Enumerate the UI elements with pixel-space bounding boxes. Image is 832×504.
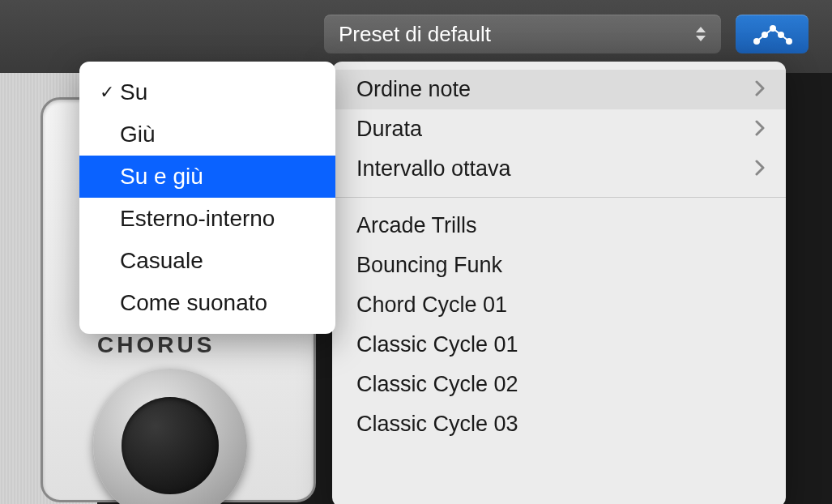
chevron-right-icon: [755, 156, 765, 182]
svg-line-7: [773, 28, 781, 35]
preset-item[interactable]: Chord Cycle 01: [332, 285, 786, 325]
submenu-item-su-e-giù[interactable]: Su e giù: [79, 156, 335, 198]
preset-item-label: Classic Cycle 01: [356, 332, 518, 357]
submenu-item-su[interactable]: ✓Su: [79, 71, 335, 113]
preset-item-label: Classic Cycle 02: [356, 372, 518, 397]
menu-item-label: Intervallo ottava: [356, 156, 511, 182]
preset-item[interactable]: Classic Cycle 02: [332, 365, 786, 404]
preset-label: Preset di default: [339, 22, 491, 47]
chevron-right-icon: [755, 117, 765, 142]
svg-line-8: [781, 35, 789, 41]
arpeggiator-button[interactable]: [736, 15, 809, 53]
checkmark-icon: ✓: [94, 82, 120, 103]
preset-item[interactable]: Arcade Trills: [332, 206, 786, 246]
arpeggiator-icon: [752, 22, 792, 46]
note-order-submenu: ✓SuGiùSu e giùEsterno-internoCasualeCome…: [79, 62, 335, 334]
submenu-item-casuale[interactable]: Casuale: [79, 240, 335, 282]
svg-line-5: [757, 35, 765, 41]
preset-item-label: Classic Cycle 03: [356, 412, 518, 437]
submenu-item-label: Giù: [120, 122, 319, 147]
menu-item-ordine-note[interactable]: Ordine note: [332, 70, 786, 109]
submenu-item-label: Esterno-interno: [120, 206, 319, 232]
menu-item-intervallo-ottava[interactable]: Intervallo ottava: [332, 149, 786, 189]
menu-item-label: Ordine note: [356, 77, 471, 102]
preset-item-label: Bouncing Funk: [356, 253, 502, 278]
preset-item[interactable]: Bouncing Funk: [332, 246, 786, 285]
preset-item-label: Chord Cycle 01: [356, 293, 507, 318]
updown-icon: [695, 27, 706, 41]
svg-line-6: [765, 28, 773, 35]
chorus-knob[interactable]: [77, 361, 263, 504]
submenu-item-label: Su: [120, 79, 319, 105]
menu-separator: [332, 197, 786, 198]
chevron-right-icon: [755, 77, 765, 102]
menu-item-label: Durata: [356, 117, 422, 142]
preset-item-label: Arcade Trills: [356, 213, 477, 238]
preset-item[interactable]: Classic Cycle 01: [332, 325, 786, 365]
menu-item-durata[interactable]: Durata: [332, 109, 786, 149]
submenu-item-label: Su e giù: [120, 164, 319, 190]
submenu-item-come-suonato[interactable]: Come suonato: [79, 282, 335, 324]
preset-menu: Ordine noteDurataIntervallo ottavaArcade…: [332, 62, 786, 504]
submenu-item-giù[interactable]: Giù: [79, 113, 335, 156]
submenu-item-label: Casuale: [120, 248, 319, 274]
preset-selector[interactable]: Preset di default: [324, 15, 721, 53]
submenu-item-label: Come suonato: [120, 290, 319, 316]
knob-label: CHORUS: [97, 332, 215, 358]
knob-inner: [122, 397, 219, 494]
submenu-item-esterno-interno[interactable]: Esterno-interno: [79, 198, 335, 240]
preset-item[interactable]: Classic Cycle 03: [332, 404, 786, 444]
